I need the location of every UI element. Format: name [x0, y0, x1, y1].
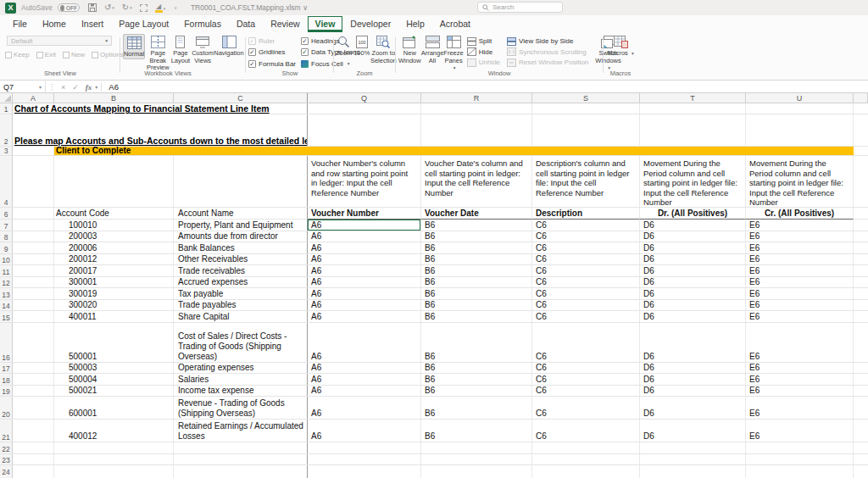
- cell-voucher-number-note[interactable]: Voucher Number's column and row starting…: [308, 156, 421, 207]
- cell[interactable]: E6: [746, 420, 854, 442]
- cell[interactable]: [54, 465, 174, 478]
- cell[interactable]: [746, 465, 854, 478]
- cell[interactable]: [13, 231, 54, 242]
- undo-button[interactable]: ↺▾: [104, 3, 114, 12]
- zoom-button[interactable]: Zoom: [336, 34, 352, 58]
- cell[interactable]: B6: [421, 300, 532, 311]
- tab-page-layout[interactable]: Page Layout: [111, 16, 176, 32]
- tab-acrobat[interactable]: Acrobat: [432, 16, 478, 32]
- cell[interactable]: D6: [640, 231, 746, 242]
- cell[interactable]: [13, 208, 54, 220]
- macros-button[interactable]: Macros ▾: [606, 34, 635, 58]
- cell[interactable]: [854, 465, 868, 478]
- cell[interactable]: [746, 103, 854, 114]
- column-header-a[interactable]: A: [13, 93, 54, 103]
- cell[interactable]: C6: [532, 220, 640, 231]
- cell[interactable]: C6: [532, 363, 640, 374]
- cell[interactable]: C6: [532, 420, 640, 442]
- borders-button[interactable]: [140, 4, 147, 12]
- new-sheet-view-button[interactable]: New: [63, 51, 85, 58]
- cell-account-name[interactable]: Property, Plant and Equipment: [174, 220, 308, 231]
- row-number[interactable]: 2: [0, 114, 13, 146]
- cell-account-code[interactable]: 200003: [54, 231, 174, 242]
- cell[interactable]: [532, 114, 640, 146]
- column-header-r[interactable]: R: [421, 93, 532, 103]
- cell[interactable]: B6: [421, 220, 532, 231]
- cell-account-code[interactable]: 500001: [54, 323, 174, 362]
- checkbox-ruler[interactable]: ✓Ruler: [248, 36, 296, 47]
- cell-cr-note[interactable]: Movement During the Period column and ce…: [746, 156, 854, 207]
- row-number[interactable]: 16: [0, 323, 13, 362]
- synchronous-scrolling-button[interactable]: Synchronous Scrolling: [507, 47, 588, 58]
- cell-title[interactable]: Chart of Accounts Mapping to Financial S…: [13, 103, 308, 114]
- cell[interactable]: C6: [532, 242, 640, 253]
- cell[interactable]: [174, 454, 308, 465]
- cell[interactable]: B6: [421, 265, 532, 276]
- row-number[interactable]: 19: [0, 386, 13, 397]
- redo-button[interactable]: ↻▾: [122, 3, 132, 12]
- split-button[interactable]: Split: [467, 36, 500, 47]
- cell[interactable]: A6: [308, 311, 421, 322]
- cell[interactable]: [854, 374, 868, 385]
- cell[interactable]: B6: [421, 277, 532, 288]
- cell[interactable]: [854, 363, 868, 374]
- cell-account-code[interactable]: 300001: [54, 277, 174, 288]
- cell[interactable]: [13, 254, 54, 265]
- cell[interactable]: C6: [532, 231, 640, 242]
- reset-window-position-button[interactable]: Reset Window Position: [507, 58, 588, 68]
- cell-account-code[interactable]: 100010: [54, 220, 174, 231]
- cell-account-code[interactable]: 300020: [54, 300, 174, 311]
- cell[interactable]: A6: [308, 386, 421, 397]
- cell[interactable]: [854, 397, 868, 419]
- cell[interactable]: A6: [308, 363, 421, 374]
- cell-account-code[interactable]: 200017: [54, 265, 174, 276]
- cell[interactable]: B6: [421, 242, 532, 253]
- cell[interactable]: [854, 386, 868, 397]
- cell[interactable]: D6: [640, 265, 746, 276]
- cell-account-code[interactable]: 500004: [54, 374, 174, 385]
- cell[interactable]: E6: [746, 254, 854, 265]
- tab-file[interactable]: File: [5, 16, 35, 32]
- page-break-preview-button[interactable]: Page Break Preview: [147, 34, 170, 72]
- row-number[interactable]: 22: [0, 442, 13, 453]
- cell-account-name[interactable]: Trade receivables: [174, 265, 308, 276]
- cell[interactable]: [640, 454, 746, 465]
- cell[interactable]: B6: [421, 254, 532, 265]
- cell[interactable]: [854, 208, 868, 220]
- cell[interactable]: [854, 231, 868, 242]
- cell[interactable]: [640, 465, 746, 478]
- tab-view[interactable]: View: [308, 16, 343, 32]
- cell[interactable]: [854, 277, 868, 288]
- cell[interactable]: [54, 454, 174, 465]
- row-number[interactable]: 9: [0, 242, 13, 253]
- cell[interactable]: C6: [532, 265, 640, 276]
- cell[interactable]: [174, 442, 308, 453]
- zoom-to-selection-button[interactable]: Zoom to Selection: [371, 34, 395, 64]
- cell[interactable]: D6: [640, 220, 746, 231]
- cell[interactable]: B6: [421, 374, 532, 385]
- row-number[interactable]: 14: [0, 300, 13, 311]
- row-number[interactable]: 10: [0, 254, 13, 265]
- fill-color-button[interactable]: ◢▾: [155, 3, 166, 13]
- cell[interactable]: [13, 242, 54, 253]
- cell[interactable]: [421, 465, 532, 478]
- column-header-t[interactable]: T: [640, 93, 746, 103]
- cell-account-name[interactable]: Operating expenses: [174, 363, 308, 374]
- cell-account-name[interactable]: Amounts due from director: [174, 231, 308, 242]
- cell[interactable]: [854, 156, 868, 207]
- cell[interactable]: C6: [532, 300, 640, 311]
- row-number[interactable]: 6: [0, 208, 13, 220]
- custom-views-button[interactable]: Custom Views: [192, 34, 214, 64]
- cell[interactable]: B6: [421, 323, 532, 362]
- cell[interactable]: [174, 465, 308, 478]
- cell-account-name[interactable]: Retained Earnings / Accumulated Losses: [174, 420, 308, 442]
- cell-header-voucher-number[interactable]: Voucher Number: [308, 208, 421, 220]
- cell[interactable]: [13, 220, 54, 231]
- cell[interactable]: [532, 103, 640, 114]
- tab-insert[interactable]: Insert: [74, 16, 111, 32]
- row-number[interactable]: 8: [0, 231, 13, 242]
- cell[interactable]: E6: [746, 300, 854, 311]
- cell-header-account-code[interactable]: Account Code: [54, 208, 174, 220]
- cell-header-account-name[interactable]: Account Name: [174, 208, 308, 220]
- save-icon[interactable]: [88, 3, 97, 12]
